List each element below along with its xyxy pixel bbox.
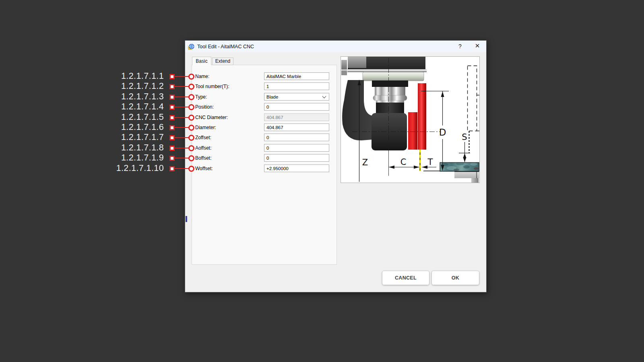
annotation-circle-marker — [188, 104, 194, 110]
chevron-down-icon — [322, 95, 326, 99]
annotation-number: 1.2.1.7.1.1 — [97, 71, 164, 81]
annotation-connector-line — [174, 86, 189, 87]
annotation-connector-line — [174, 127, 189, 128]
annotation-connector-line — [174, 137, 189, 138]
annotation-number: 1.2.1.7.1.3 — [97, 92, 164, 102]
field-label-woffset: Woffset: — [195, 166, 213, 171]
annotation-connector-line — [174, 168, 189, 169]
tab-basic[interactable]: Basic — [192, 57, 211, 65]
annotation-connector-line — [174, 117, 189, 118]
annotation-connector-line — [174, 76, 189, 77]
ghost-tool-outline — [468, 66, 480, 154]
annotation-number: 1.2.1.7.1.4 — [97, 102, 164, 112]
type-dropdown[interactable]: Blade — [264, 93, 329, 101]
annotation-connector-line — [174, 97, 189, 97]
tool-number-input[interactable] — [264, 82, 329, 90]
help-button[interactable]: ? — [456, 42, 464, 51]
field-label-name: Name: — [195, 74, 209, 79]
annotation-number: 1.2.1.7.1.7 — [97, 132, 164, 142]
boffset-input[interactable] — [264, 154, 329, 162]
annotation-number: 1.2.1.7.1.8 — [97, 143, 164, 153]
cnc-diameter-input — [264, 113, 329, 121]
annotation-circle-marker — [188, 84, 194, 90]
annotation-connector-line — [174, 107, 189, 107]
tab-extend[interactable]: Extend — [212, 58, 233, 65]
annotation-number: 1.2.1.7.1.10 — [97, 163, 164, 173]
dim-label-s: S — [462, 132, 467, 142]
field-label-position: Position: — [195, 104, 214, 110]
annotation-number: 1.2.1.7.1.5 — [97, 112, 164, 122]
blade-graphic — [408, 83, 426, 150]
globe-icon — [188, 43, 194, 50]
dim-label-c: C — [400, 157, 407, 167]
annotation-number: 1.2.1.7.1.6 — [97, 122, 164, 132]
name-input[interactable] — [264, 72, 329, 80]
field-label-zoffset: Zoffset: — [195, 135, 211, 140]
field-label-aoffset: Aoffset: — [195, 145, 211, 151]
field-label-tool-number: Tool number(T): — [195, 84, 229, 89]
annotation-connector-line — [174, 148, 189, 148]
field-label-boffset: Boffset: — [195, 155, 211, 161]
annotation-number: 1.2.1.7.1.9 — [97, 153, 164, 163]
field-label-cnc-diameter: CNC Diameter: — [195, 115, 228, 120]
blue-edge-marker — [186, 216, 187, 222]
field-label-diameter: Diameter: — [195, 125, 216, 130]
tool-dimension-diagram: Z C T D S — [341, 56, 480, 183]
annotation-connector-line — [174, 158, 189, 158]
annotation-circle-marker — [188, 115, 194, 121]
annotation-number: 1.2.1.7.1.2 — [97, 81, 164, 91]
dim-label-d: D — [439, 127, 446, 138]
dim-label-t: T — [427, 157, 433, 167]
annotation-circle-marker — [188, 166, 194, 172]
annotation-circle-marker — [188, 125, 194, 131]
dim-label-z: Z — [362, 158, 368, 167]
position-input[interactable] — [264, 103, 329, 111]
screen: Tool Edit - AitalMAC CNC ? ✕ Basic Exten… — [0, 0, 644, 362]
close-icon[interactable]: ✕ — [473, 41, 482, 50]
type-dropdown-value: Blade — [266, 95, 278, 99]
annotation-circle-marker — [188, 135, 194, 141]
dialog-titlebar: Tool Edit - AitalMAC CNC — [185, 41, 486, 52]
ok-button[interactable]: OK — [432, 271, 479, 285]
field-label-type: Type: — [195, 94, 207, 100]
woffset-input[interactable] — [264, 165, 329, 172]
annotation-circle-marker — [188, 94, 194, 100]
annotation-circle-marker — [188, 145, 194, 151]
zoffset-input[interactable] — [264, 134, 329, 141]
cancel-button[interactable]: CANCEL — [382, 271, 429, 285]
aoffset-input[interactable] — [264, 144, 329, 152]
annotation-circle-marker — [188, 155, 194, 161]
dialog-title: Tool Edit - AitalMAC CNC — [197, 44, 254, 49]
annotation-circle-marker — [188, 74, 194, 80]
diameter-input[interactable] — [264, 123, 329, 131]
